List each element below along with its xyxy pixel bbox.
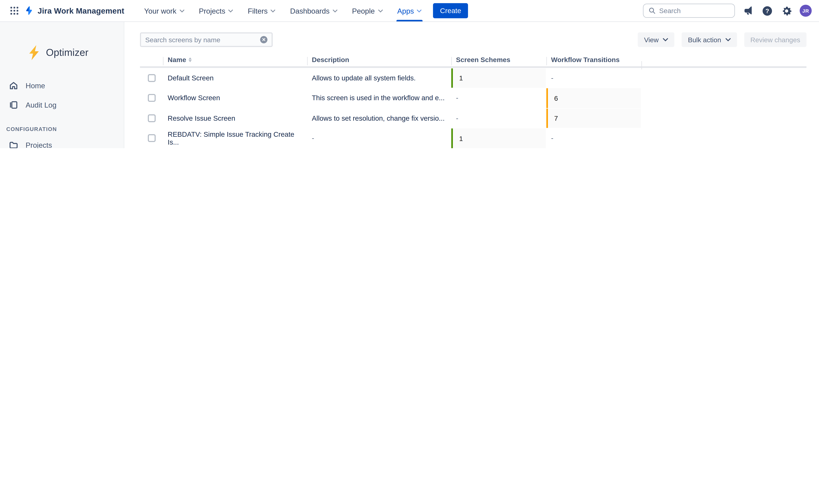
column-header-description: Description [307,56,451,64]
workflow-transitions-cell: 7 [546,108,641,128]
announcements-icon[interactable] [742,4,754,17]
global-search[interactable] [643,4,735,18]
chevron-down-icon [725,38,731,41]
view-dropdown[interactable]: View [638,32,674,47]
optimizer-bolt-icon [27,45,41,61]
workflow-transitions-badge: 7 [546,108,641,128]
sidebar-item-home[interactable]: Home [3,76,121,95]
chevron-down-icon [378,9,382,12]
help-icon[interactable]: ? [761,4,774,17]
column-header-workflow-transitions: Workflow Transitions [546,56,641,64]
bulk-action-label: Bulk action [688,36,721,44]
toolbar: ✕ View Bulk action Review changes [140,22,807,47]
bulk-action-dropdown[interactable]: Bulk action [682,32,737,47]
chevron-down-icon [228,9,233,12]
configuration-section-header: CONFIGURATION [0,114,124,136]
nav-item-filters[interactable]: Filters [241,0,282,21]
table-row: Resolve Issue ScreenAllows to set resolu… [140,108,807,128]
top-navigation: Jira Work Management Your workProjectsFi… [0,0,819,22]
row-checkbox[interactable] [148,74,155,82]
table-row: Workflow ScreenThis screen is used in th… [140,88,807,108]
empty-value-dash: - [551,74,553,82]
empty-value-dash: - [456,114,458,122]
empty-value-dash: - [551,134,553,142]
screen-schemes-badge: 1 [451,129,546,148]
chevron-down-icon [417,9,422,12]
screen-schemes-header-label: Screen Schemes [456,56,511,64]
sort-icon [189,57,192,62]
screens-search-input[interactable] [145,36,260,44]
description-cell: This screen is used in the workflow and … [307,88,451,108]
screens-search-field[interactable]: ✕ [140,32,273,47]
row-checkbox-cell [140,68,163,88]
jira-brand[interactable]: Jira Work Management [24,6,124,16]
review-changes-button[interactable]: Review changes [744,32,807,47]
row-checkbox[interactable] [148,114,155,122]
nav-item-your-work[interactable]: Your work [138,0,190,21]
optimizer-logo: Optimizer [0,22,124,76]
folder-icon [9,141,18,148]
svg-text:?: ? [765,8,769,14]
description-cell: Allows to update all system fields. [307,68,451,88]
app-switcher-icon[interactable] [7,4,21,18]
chevron-down-icon [333,9,337,12]
nav-item-projects[interactable]: Projects [193,0,239,21]
row-checkbox-cell [140,128,163,148]
description-cell: Allows to set resolution, change fix ver… [307,108,451,128]
review-changes-label: Review changes [750,36,800,44]
screen-name-cell[interactable]: Workflow Screen [163,88,307,108]
screen-schemes-cell: - [451,88,546,108]
view-dropdown-label: View [644,36,659,44]
column-header-screen-schemes: Screen Schemes [451,56,546,64]
create-button[interactable]: Create [433,3,468,18]
sidebar: Optimizer HomeAudit Log CONFIGURATION Pr… [0,22,124,148]
topnav-right: ? JR [643,4,812,18]
nav-item-apps[interactable]: Apps [391,0,428,21]
row-checkbox[interactable] [148,94,155,102]
screen-schemes-cell: 1 [451,128,546,148]
extra-cell [642,68,807,88]
chevron-down-icon [179,9,184,12]
screen-name-cell[interactable]: Resolve Issue Screen [163,108,307,128]
nav-item-dashboards[interactable]: Dashboards [284,0,344,21]
empty-value-dash: - [456,94,458,102]
screen-schemes-cell: - [451,108,546,128]
workflow-transitions-cell: - [546,128,641,148]
settings-gear-icon[interactable] [780,4,793,17]
workflow-transitions-badge: 6 [546,88,641,108]
row-checkbox-cell [140,88,163,108]
nav-item-label: Dashboards [290,7,329,15]
screen-name-cell[interactable]: Default Screen [163,68,307,88]
jira-logo-icon [24,6,34,16]
table-row: Default ScreenAllows to update all syste… [140,68,807,88]
workflow-transitions-cell: 6 [546,88,641,108]
row-checkbox-cell [140,108,163,128]
nav-item-label: Apps [397,7,414,15]
workflow-transitions-header-label: Workflow Transitions [551,56,620,64]
user-avatar[interactable]: JR [800,5,812,17]
home-icon [9,81,18,90]
description-cell: - [307,128,451,148]
sidebar-item-audit-log[interactable]: Audit Log [3,95,121,114]
sidebar-item-label: Projects [26,141,52,148]
row-checkbox[interactable] [148,134,155,142]
empty-value-dash: - [312,134,314,142]
table-header: Name Description Screen Schemes Workflow… [140,55,807,68]
column-header-name[interactable]: Name [163,56,307,64]
description-header-label: Description [312,56,349,64]
optimizer-title: Optimizer [46,47,88,58]
sidebar-main-list: HomeAudit Log [0,76,124,114]
screen-name-cell[interactable]: REBDATV: Simple Issue Tracking Create Is… [163,128,307,148]
table-body: Default ScreenAllows to update all syste… [140,68,807,148]
global-search-input[interactable] [659,7,729,15]
nav-item-label: Filters [248,7,268,15]
nav-item-people[interactable]: People [346,0,389,21]
extra-cell [642,128,807,148]
clear-search-icon[interactable]: ✕ [260,36,267,43]
name-header-label: Name [168,56,186,64]
table-row: REBDATV: Simple Issue Tracking Create Is… [140,128,807,148]
workflow-transitions-cell: - [546,68,641,88]
sidebar-configuration-list: ProjectsAaCustom FieldsIssue TypesIssue … [0,136,124,148]
screens-table: Name Description Screen Schemes Workflow… [140,55,807,148]
sidebar-item-projects[interactable]: Projects [3,136,121,148]
